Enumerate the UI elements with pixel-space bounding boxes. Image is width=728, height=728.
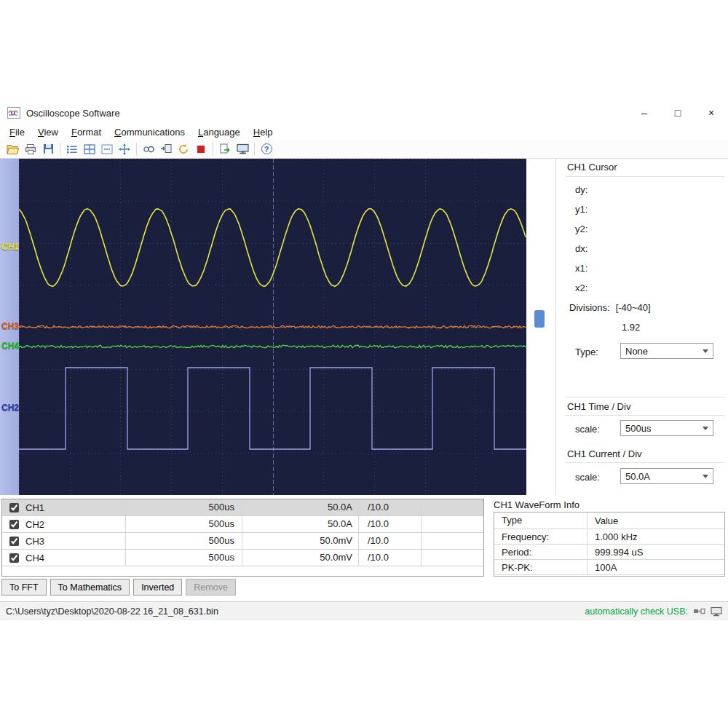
channel-time: 500us: [126, 499, 242, 515]
menu-help[interactable]: Help: [247, 125, 280, 139]
status-bar: C:\Users\tyz\Desktop\2020-08-22 16_21_08…: [0, 601, 728, 620]
cursor-type-label: Type:: [575, 347, 598, 357]
open-folder-icon[interactable]: [4, 141, 22, 157]
inverted-button[interactable]: Inverted: [133, 579, 182, 596]
stop-record-icon[interactable]: [192, 141, 210, 157]
scope-display[interactable]: [19, 159, 526, 495]
channel-probe: /10.0: [359, 516, 422, 532]
screen-capture-icon[interactable]: [234, 141, 251, 157]
cursor-type-select[interactable]: None: [620, 343, 713, 359]
time-div-select[interactable]: 500us: [620, 420, 713, 436]
ch1-checkbox[interactable]: [9, 503, 19, 513]
menu-view[interactable]: View: [31, 125, 65, 139]
channel-time: 500us: [126, 516, 242, 532]
channel-label-ch4[interactable]: CH4: [1, 341, 19, 351]
toolbar: ?: [0, 140, 728, 159]
divider: [566, 415, 724, 416]
app-icon: [7, 107, 20, 119]
print-icon[interactable]: [22, 141, 39, 157]
channel-name: CH2: [25, 519, 44, 530]
action-buttons: To FFT To Mathematics Inverted Remove: [1, 579, 236, 596]
refresh-icon[interactable]: [175, 141, 192, 157]
ch3-checkbox[interactable]: [9, 537, 19, 546]
ch4-checkbox[interactable]: [9, 553, 19, 563]
table-row-ch4[interactable]: CH4 500us 50.0mV /10.0: [2, 550, 483, 566]
info-value: 999.994 uS: [587, 547, 724, 558]
cursor-field-x2: x2:: [575, 282, 587, 293]
waveform-info-table: Type Value Frequency: 1.000 kHz Period: …: [494, 512, 725, 577]
maximize-button[interactable]: □: [661, 102, 695, 124]
toolbar-separator: [136, 143, 137, 156]
current-div-select[interactable]: 50.0A: [620, 468, 713, 484]
time-div-title: CH1 Time / Div: [567, 401, 630, 412]
cursor-field-y1: y1:: [575, 204, 587, 215]
toolbar-separator: [254, 143, 255, 156]
scrollbar-thumb[interactable]: [534, 310, 545, 328]
channel-time: 500us: [126, 550, 242, 566]
window-title: Oscilloscope Software: [26, 108, 120, 119]
channel-scale: 50.0mV: [242, 533, 359, 549]
remove-button: Remove: [186, 579, 236, 596]
waveform-info-title: CH1 WaveForm Info: [494, 499, 579, 510]
table-row-ch2[interactable]: CH2 500us 50.0A /10.0: [2, 516, 483, 533]
waveform-info-row: Frequency: 1.000 kHz: [494, 529, 724, 545]
divider: [566, 397, 724, 397]
waveform-info-header: Type Value: [494, 513, 724, 529]
info-type: PK-PK:: [494, 560, 587, 574]
channel-name: CH1: [25, 502, 44, 513]
main-area: CH1CH3CH4CH2 CH1 Cursor dy: y1: y2: dx: …: [0, 159, 728, 495]
channel-label-ch2[interactable]: CH2: [1, 403, 19, 413]
info-value: 100A: [587, 562, 724, 573]
header-type: Type: [494, 513, 587, 529]
usb-icon: [693, 607, 705, 615]
current-div-value: 50.0A: [625, 471, 650, 482]
move-icon[interactable]: [116, 141, 133, 157]
toolbar-separator: [213, 143, 213, 156]
divisions-value: 1.92: [622, 322, 640, 333]
connect-icon[interactable]: [140, 141, 157, 157]
oscilloscope-app-window: Oscilloscope Software – □ × File View Fo…: [0, 102, 728, 620]
file-path: C:\Users\tyz\Desktop\2020-08-22 16_21_08…: [6, 606, 218, 617]
close-button[interactable]: ×: [695, 102, 728, 124]
table-row-ch3[interactable]: CH3 500us 50.0mV /10.0: [2, 533, 483, 550]
chevron-down-icon: [703, 475, 708, 478]
menu-format[interactable]: Format: [65, 125, 108, 139]
channel-name: CH4: [25, 553, 44, 563]
header-value: Value: [587, 515, 724, 526]
time-div-value: 500us: [625, 423, 651, 434]
to-fft-button[interactable]: To FFT: [1, 579, 47, 596]
help-icon[interactable]: ?: [258, 141, 275, 157]
info-type: Frequency:: [494, 529, 587, 544]
menu-file[interactable]: File: [3, 125, 31, 139]
info-value: 1.000 kHz: [587, 531, 724, 542]
channel-label-ch3[interactable]: CH3: [1, 321, 19, 331]
menu-bar: File View Format Communications Language…: [0, 124, 728, 140]
channel-scale: 50.0mV: [242, 550, 359, 566]
title-bar: Oscilloscope Software – □ ×: [0, 102, 728, 124]
channel-label-gutter: CH1CH3CH4CH2: [0, 159, 19, 495]
cursor-field-x1: x1:: [575, 263, 587, 274]
menu-language[interactable]: Language: [191, 125, 247, 139]
import-display-icon[interactable]: [157, 141, 175, 157]
cursor-field-dx: dx:: [575, 243, 587, 254]
list-view-icon[interactable]: [63, 141, 81, 157]
vertical-scrollbar[interactable]: [534, 159, 545, 495]
ch2-checkbox[interactable]: [9, 520, 19, 529]
grid-view-icon[interactable]: [81, 141, 98, 157]
channel-label-ch1[interactable]: CH1: [1, 242, 19, 252]
channel-time: 500us: [126, 533, 242, 549]
save-icon[interactable]: [39, 141, 57, 157]
table-row-ch1[interactable]: CH1 500us 50.0A /10.0: [2, 499, 483, 516]
cursor-field-dy: dy:: [575, 184, 587, 195]
divisions-range: [-40~40]: [616, 302, 651, 313]
waveform-info-row: PK-PK: 100A: [494, 560, 724, 575]
export-file-icon[interactable]: [216, 141, 234, 157]
more-options-icon[interactable]: [98, 141, 116, 157]
to-mathematics-button[interactable]: To Mathematics: [50, 579, 130, 596]
menu-communications[interactable]: Communications: [108, 125, 191, 139]
cursor-field-y2: y2:: [575, 223, 587, 234]
minimize-button[interactable]: –: [628, 102, 661, 124]
chevron-down-icon: [703, 427, 708, 430]
divider: [566, 462, 724, 463]
channel-probe: /10.0: [359, 550, 422, 566]
